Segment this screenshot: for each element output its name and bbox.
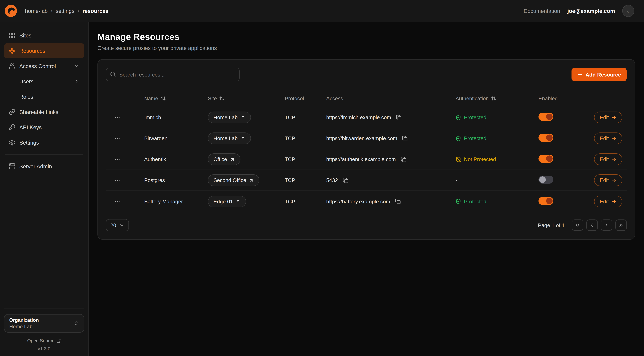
resource-protocol: TCP: [285, 135, 326, 141]
column-name: Name: [144, 96, 208, 102]
sidebar-item-server-admin[interactable]: Server Admin: [4, 159, 84, 174]
enabled-toggle[interactable]: [538, 113, 554, 121]
enabled-toggle[interactable]: [538, 197, 554, 205]
chevron-right-icon: [74, 78, 79, 84]
external-link-icon: [56, 338, 61, 343]
site-link[interactable]: Office: [208, 154, 240, 165]
main-content: Manage Resources Create secure proxies t…: [88, 22, 644, 356]
sort-icon[interactable]: [491, 96, 496, 101]
add-resource-label: Add Resource: [586, 72, 621, 78]
site-link[interactable]: Second Office: [208, 174, 260, 186]
waypoints-icon: [9, 48, 15, 54]
resource-name: Bitwarden: [144, 135, 208, 141]
sidebar-item-label: Settings: [19, 140, 39, 146]
arrow-up-right-icon: [240, 115, 245, 120]
user-email[interactable]: joe@example.com: [567, 8, 615, 14]
copy-icon[interactable]: [395, 114, 402, 121]
sidebar: Sites Resources Access Control Users: [0, 22, 88, 356]
last-page-button[interactable]: [616, 220, 627, 231]
page-subtitle: Create secure proxies to your private ap…: [98, 45, 635, 51]
chevron-down-icon: [74, 63, 79, 69]
app-logo-icon[interactable]: [3, 3, 18, 18]
resources-card: Add Resource Name Sit: [98, 59, 635, 240]
sidebar-item-resources[interactable]: Resources: [4, 43, 84, 58]
page-title: Manage Resources: [98, 32, 635, 42]
add-resource-button[interactable]: Add Resource: [572, 68, 627, 81]
auth-status-label: Protected: [464, 198, 486, 204]
organization-text: Organization Home Lab: [9, 317, 39, 330]
auth-status: Protected: [456, 114, 538, 120]
row-menu-button[interactable]: [112, 113, 123, 122]
site-link[interactable]: Edge 01: [208, 196, 246, 207]
sidebar-item-settings[interactable]: Settings: [4, 135, 84, 150]
sort-icon[interactable]: [219, 96, 224, 101]
row-menu-button[interactable]: [112, 154, 123, 164]
breadcrumb-org[interactable]: home-lab: [25, 8, 48, 14]
auth-status: Not Protected: [456, 156, 538, 162]
arrow-right-icon: [612, 136, 617, 141]
documentation-link[interactable]: Documentation: [524, 8, 560, 14]
edit-button[interactable]: Edit: [594, 132, 622, 144]
arrow-right-icon: [612, 157, 617, 162]
page-indicator: Page 1 of 1: [538, 222, 565, 228]
page-size-select[interactable]: 20: [106, 219, 129, 231]
breadcrumb: home-lab › settings › resources: [25, 8, 108, 14]
sidebar-item-users[interactable]: Users: [4, 74, 84, 89]
enabled-toggle[interactable]: [538, 134, 554, 142]
row-menu-button[interactable]: [112, 196, 123, 206]
sort-icon[interactable]: [160, 96, 166, 101]
next-page-button[interactable]: [601, 220, 612, 231]
sidebar-item-shareable-links[interactable]: Shareable Links: [4, 104, 84, 120]
edit-button[interactable]: Edit: [594, 154, 622, 165]
breadcrumb-settings[interactable]: settings: [56, 8, 74, 14]
copy-icon[interactable]: [400, 156, 407, 163]
arrow-up-right-icon: [230, 157, 235, 162]
auth-status-label: Not Protected: [464, 156, 496, 162]
organization-label: Organization: [9, 317, 39, 323]
resource-access: 5432: [326, 177, 338, 183]
sidebar-item-sites[interactable]: Sites: [4, 28, 84, 43]
resource-access: https://immich.example.com: [326, 114, 391, 120]
site-link[interactable]: Home Lab: [208, 112, 251, 123]
resource-protocol: TCP: [285, 114, 326, 120]
avatar[interactable]: J: [622, 5, 634, 17]
card-toolbar: Add Resource: [106, 68, 627, 81]
edit-button[interactable]: Edit: [594, 196, 622, 207]
auth-status: Protected: [456, 198, 538, 204]
site-link[interactable]: Home Lab: [208, 132, 251, 144]
organization-value: Home Lab: [9, 324, 39, 330]
open-source-link[interactable]: Open Source: [4, 338, 84, 343]
arrow-right-icon: [612, 115, 617, 120]
toggle-knob: [539, 176, 546, 183]
topbar-right: Documentation joe@example.com J: [524, 5, 634, 17]
resource-access: https://authentik.example.com: [326, 156, 396, 162]
row-menu-button[interactable]: [112, 134, 123, 143]
resource-protocol: TCP: [285, 156, 326, 162]
toggle-knob: [546, 198, 552, 204]
copy-icon[interactable]: [342, 177, 349, 184]
breadcrumb-separator: ›: [51, 8, 52, 14]
copy-icon[interactable]: [394, 198, 402, 205]
search-input[interactable]: [106, 68, 240, 81]
version-label: v1.3.0: [4, 346, 84, 351]
sidebar-item-api-keys[interactable]: API Keys: [4, 120, 84, 135]
resource-name: Postgres: [144, 177, 208, 183]
sidebar-item-roles[interactable]: Roles: [4, 89, 84, 104]
shield-check-icon: [456, 136, 461, 141]
edit-button[interactable]: Edit: [594, 112, 622, 123]
first-page-button[interactable]: [572, 220, 583, 231]
previous-page-button[interactable]: [586, 220, 598, 231]
column-protocol: Protocol: [285, 96, 326, 102]
column-enabled: Enabled: [538, 96, 594, 102]
plus-icon: [577, 72, 583, 77]
enabled-toggle[interactable]: [538, 176, 554, 184]
copy-icon[interactable]: [401, 135, 408, 142]
row-menu-button[interactable]: [112, 176, 123, 185]
sidebar-item-access-control[interactable]: Access Control: [4, 58, 84, 74]
edit-button[interactable]: Edit: [594, 174, 622, 186]
enabled-toggle[interactable]: [538, 155, 554, 163]
layout-grid-icon: [9, 32, 15, 39]
link-icon: [9, 109, 15, 115]
organization-selector[interactable]: Organization Home Lab: [4, 314, 84, 333]
resource-protocol: TCP: [285, 198, 326, 204]
